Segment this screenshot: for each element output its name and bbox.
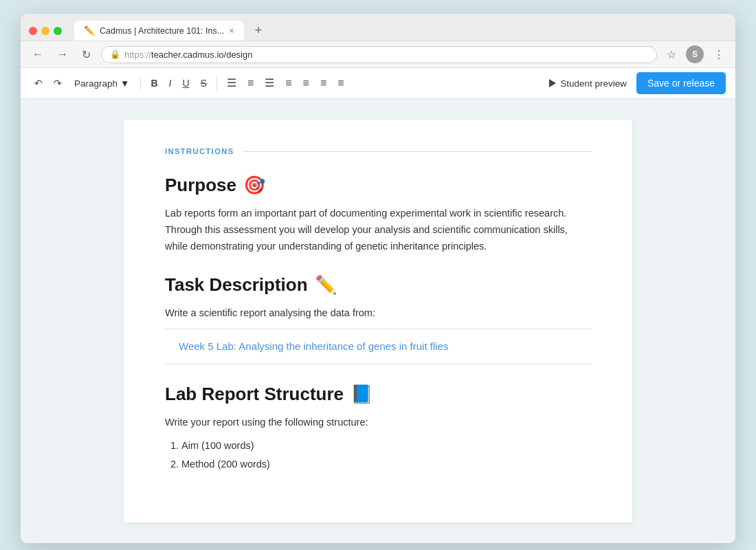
- align-right-button[interactable]: ☰: [260, 75, 278, 91]
- purpose-emoji: 🎯: [243, 175, 265, 196]
- minimize-window-dot[interactable]: [41, 27, 49, 35]
- window-controls: [29, 27, 62, 35]
- url-path: /design: [224, 50, 253, 60]
- outdent-button[interactable]: ≡: [316, 75, 331, 91]
- reload-button[interactable]: ↻: [78, 47, 94, 63]
- tab-row: ✏️ Cadmus | Architecture 101: Ins... × +: [21, 14, 735, 41]
- tab-title: Cadmus | Architecture 101: Ins...: [100, 26, 224, 36]
- purpose-section: Purpose 🎯 Lab reports form an important …: [165, 175, 591, 255]
- indent-button[interactable]: ≡: [299, 75, 313, 91]
- list-button[interactable]: ≡: [333, 75, 348, 91]
- instructions-line: [243, 151, 592, 152]
- tab-close-button[interactable]: ×: [229, 25, 234, 36]
- task-description-section: Task Description ✏️ Write a scientific r…: [165, 274, 591, 364]
- tab-favicon-icon: ✏️: [84, 25, 95, 36]
- italic-button[interactable]: I: [165, 76, 176, 91]
- document-page: INSTRUCTIONS Purpose 🎯 Lab reports form …: [124, 120, 632, 522]
- lab-report-emoji: 📘: [351, 384, 373, 405]
- avatar[interactable]: S: [686, 45, 704, 63]
- content-area: INSTRUCTIONS Purpose 🎯 Lab reports form …: [21, 99, 735, 543]
- close-window-dot[interactable]: [29, 27, 37, 35]
- lab-report-list: Aim (100 words) Method (200 words): [165, 437, 591, 474]
- task-description-heading: Task Description ✏️: [165, 274, 591, 296]
- lab-report-heading: Lab Report Structure 📘: [165, 384, 591, 405]
- purpose-heading: Purpose 🎯: [165, 175, 591, 196]
- paragraph-chevron-icon: ▼: [120, 78, 129, 89]
- address-text: https://teacher.cadmus.io/design: [124, 50, 252, 60]
- address-box[interactable]: 🔒 https://teacher.cadmus.io/design: [101, 46, 657, 63]
- justify-button[interactable]: ≡: [281, 75, 296, 91]
- task-description-body: Write a scientific report analysing the …: [165, 305, 591, 322]
- lab-report-section: Lab Report Structure 📘 Write your report…: [165, 384, 591, 474]
- back-button[interactable]: ←: [29, 47, 47, 62]
- menu-button[interactable]: ⋮: [711, 47, 727, 63]
- maximize-window-dot[interactable]: [54, 27, 62, 35]
- url-domain: teacher.cadmus.io: [151, 50, 224, 60]
- paragraph-label: Paragraph: [74, 78, 118, 89]
- toolbar-separator-1: [140, 76, 141, 90]
- browser-actions: ☆ S ⋮: [664, 45, 727, 63]
- lab-link-box: Week 5 Lab: Analysing the inheritance of…: [165, 329, 591, 364]
- paragraph-select[interactable]: Paragraph ▼: [69, 76, 135, 91]
- undo-button[interactable]: ↶: [30, 76, 47, 91]
- editor-toolbar: ↶ ↷ Paragraph ▼ B I U S ☰ ≡ ☰ ≡ ≡ ≡ ≡ St…: [21, 67, 735, 99]
- task-description-emoji: ✏️: [315, 274, 337, 296]
- save-release-button[interactable]: Save or release: [636, 72, 726, 94]
- bookmark-button[interactable]: ☆: [664, 47, 679, 63]
- forward-button[interactable]: →: [54, 47, 71, 62]
- strikethrough-button[interactable]: S: [197, 76, 211, 91]
- browser-window: ✏️ Cadmus | Architecture 101: Ins... × +…: [21, 14, 735, 543]
- list-item: Aim (100 words): [181, 437, 591, 456]
- list-item: Method (200 words): [181, 455, 591, 474]
- redo-button[interactable]: ↷: [49, 76, 66, 91]
- student-preview-button[interactable]: Student preview: [542, 74, 634, 93]
- url-protocol: https://: [124, 50, 151, 60]
- bold-button[interactable]: B: [146, 76, 162, 91]
- lab-report-body: Write your report using the following st…: [165, 415, 591, 431]
- address-bar-row: ← → ↻ 🔒 https://teacher.cadmus.io/design…: [21, 41, 735, 67]
- lock-icon: 🔒: [110, 50, 120, 59]
- instructions-text: INSTRUCTIONS: [165, 147, 234, 155]
- toolbar-separator-2: [216, 76, 217, 90]
- title-bar: ✏️ Cadmus | Architecture 101: Ins... × +…: [21, 14, 735, 67]
- purpose-body: Lab reports form an important part of do…: [165, 206, 591, 255]
- align-center-button[interactable]: ≡: [243, 75, 258, 91]
- lab-link-text[interactable]: Week 5 Lab: Analysing the inheritance of…: [179, 340, 448, 352]
- student-preview-label: Student preview: [560, 78, 627, 89]
- new-tab-button[interactable]: +: [249, 21, 268, 41]
- align-left-button[interactable]: ☰: [223, 75, 241, 91]
- underline-button[interactable]: U: [178, 76, 193, 91]
- play-icon: [549, 79, 556, 87]
- active-tab[interactable]: ✏️ Cadmus | Architecture 101: Ins... ×: [74, 21, 244, 41]
- instructions-label: INSTRUCTIONS: [165, 147, 591, 155]
